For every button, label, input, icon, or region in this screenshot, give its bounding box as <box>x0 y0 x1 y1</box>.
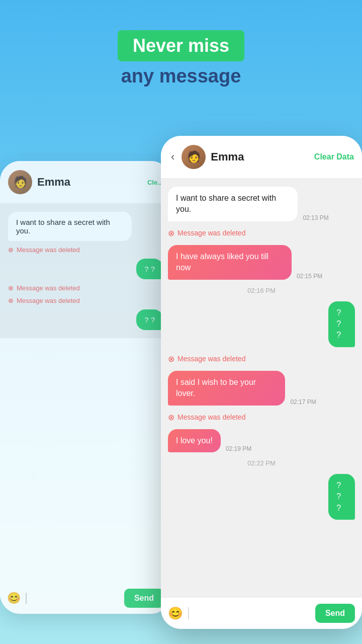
deleted-text-3: Message was deleted <box>177 413 245 421</box>
message-row-4: I said I wish to be your lover. 02:17 PM <box>168 371 355 406</box>
input-divider <box>188 607 189 619</box>
bg-deleted-icon-2: ⊗ <box>8 284 14 292</box>
bubble-3: ? ? ? <box>328 301 355 347</box>
bg-msg-outgoing-1: ? ? <box>136 259 163 279</box>
bg-phone-header: 🧑 Emma Cle... <box>0 161 171 204</box>
bubble-6: ? ? ? <box>328 474 355 520</box>
deleted-text-2: Message was deleted <box>177 355 245 363</box>
msg-with-time-4: I said I wish to be your lover. 02:17 PM <box>168 371 318 406</box>
header-badge: Never miss <box>118 30 244 61</box>
deleted-row-2: ⊗ Message was deleted <box>168 352 355 366</box>
bg-deleted-text-1: Message was deleted <box>17 246 80 254</box>
msg-with-time-3: ? ? ? <box>321 301 355 347</box>
fg-contact-name: Emma <box>211 150 309 164</box>
message-row-1: I want to share a secret with you. 02:13… <box>168 187 355 221</box>
msg-with-time-1: I want to share a secret with you. 02:13… <box>168 187 334 221</box>
foreground-phone: ‹ 🧑 Emma Clear Data I want to share a se… <box>161 136 362 629</box>
fg-avatar: 🧑 <box>182 145 206 169</box>
deleted-row-3: ⊗ Message was deleted <box>168 411 355 424</box>
message-row-6: ? ? ? <box>168 474 355 520</box>
msg-with-time-6: ? ? ? <box>321 474 355 520</box>
timestamp-1: 02:16 PM <box>168 285 355 296</box>
bg-avatar: 🧑 <box>8 170 32 194</box>
deleted-icon-1: ⊗ <box>168 228 174 238</box>
bubble-4: I said I wish to be your lover. <box>168 371 285 406</box>
bg-send-button[interactable]: Send <box>124 589 164 608</box>
bg-deleted-icon-1: ⊗ <box>8 246 14 254</box>
message-row-5: I love you! 02:19 PM <box>168 429 355 452</box>
deleted-row-1: ⊗ Message was deleted <box>168 226 355 240</box>
back-button[interactable]: ‹ <box>169 150 176 164</box>
bg-msg-outgoing-2: ? ? <box>136 309 163 330</box>
bg-deleted-text-2: Message was deleted <box>17 284 80 292</box>
bg-contact-name: Emma <box>37 176 142 189</box>
bg-input-bar: 😊 Send <box>0 583 171 614</box>
emoji-button[interactable]: 😊 <box>168 606 183 620</box>
bg-emoji-icon: 😊 <box>7 592 21 605</box>
header-sub: any message <box>0 65 362 87</box>
fg-phone-header: ‹ 🧑 Emma Clear Data <box>161 136 362 179</box>
deleted-text-1: Message was deleted <box>177 229 245 237</box>
message-row-2: I have always liked you till now 02:15 P… <box>168 245 355 280</box>
bg-deleted-2: ⊗ Message was deleted <box>8 284 163 292</box>
msg-with-time-5: I love you! 02:19 PM <box>168 429 253 452</box>
fg-avatar-image: 🧑 <box>182 145 206 169</box>
deleted-icon-3: ⊗ <box>168 413 174 422</box>
bg-avatar-image: 🧑 <box>8 170 32 194</box>
bubble-2: I have always liked you till now <box>168 245 292 280</box>
msg-time-1: 02:13 PM <box>303 214 328 221</box>
chat-area: I want to share a secret with you. 02:13… <box>161 179 362 601</box>
bg-deleted-icon-3: ⊗ <box>8 297 14 304</box>
message-row-3: ? ? ? <box>168 301 355 347</box>
header-area: Never miss any message <box>0 0 362 102</box>
msg-with-time-2: I have always liked you till now 02:15 P… <box>168 245 326 280</box>
bg-deleted-1: ⊗ Message was deleted <box>8 246 163 254</box>
bubble-1: I want to share a secret with you. <box>168 187 298 221</box>
msg-time-2: 02:15 PM <box>297 273 322 280</box>
deleted-icon-2: ⊗ <box>168 354 174 364</box>
bg-msg-1: I want to share a secret with you. <box>8 212 132 241</box>
input-bar: 😊 Send <box>161 597 362 629</box>
bubble-5: I love you! <box>168 429 221 452</box>
bg-deleted-3: ⊗ Message was deleted <box>8 297 163 304</box>
bg-chat-area: I want to share a secret with you. ⊗ Mes… <box>0 204 171 338</box>
bg-deleted-text-3: Message was deleted <box>17 297 80 304</box>
message-input[interactable] <box>194 609 310 618</box>
background-phone: 🧑 Emma Cle... I want to share a secret w… <box>0 161 171 614</box>
msg-time-5: 02:19 PM <box>226 445 251 452</box>
send-button[interactable]: Send <box>315 604 355 623</box>
clear-data-button[interactable]: Clear Data <box>314 152 354 162</box>
timestamp-2: 02:22 PM <box>168 457 355 469</box>
msg-time-4: 02:17 PM <box>290 398 316 406</box>
